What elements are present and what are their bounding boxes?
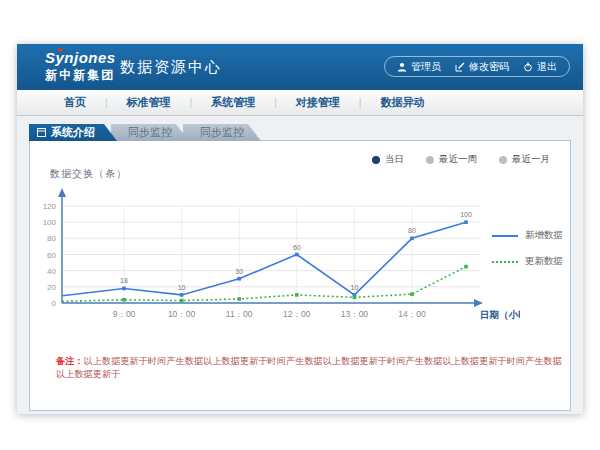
radio-last-month[interactable]: 最近一月 <box>499 153 550 166</box>
svg-text:30: 30 <box>235 268 243 275</box>
logo-company-name: 新中新集团 <box>45 67 116 84</box>
tab-label: 同步监控 <box>200 125 244 140</box>
svg-text:18: 18 <box>120 277 128 284</box>
nav-item-home[interactable]: 首页 <box>45 95 105 110</box>
logo-spark-dot <box>58 48 62 52</box>
tab-sync-monitor-2[interactable]: 同步监控 <box>183 124 261 141</box>
svg-text:120: 120 <box>43 202 57 211</box>
radio-dot-icon <box>426 156 434 164</box>
svg-text:13：00: 13：00 <box>341 309 369 319</box>
tab-label: 系统介绍 <box>51 125 95 140</box>
power-icon <box>523 62 533 72</box>
svg-text:0: 0 <box>52 299 57 308</box>
user-icon <box>397 62 407 72</box>
svg-text:日期（小时）: 日期（小时） <box>480 309 520 321</box>
footnote-text: 以上数据更新于时间产生数据以上数据更新于时间产生数据以上数据更新于时间产生数据以… <box>56 356 562 379</box>
nav-item-standard-mgmt[interactable]: 标准管理 <box>108 95 190 110</box>
company-logo: Synjones 新中新集团 <box>45 49 116 84</box>
svg-text:12：00: 12：00 <box>283 309 311 319</box>
svg-text:14：00: 14：00 <box>398 309 426 319</box>
svg-text:40: 40 <box>47 267 56 276</box>
tab-bar: 系统介绍 同步监控 同步监控 <box>29 124 261 141</box>
user-toolbar: 管理员 修改密码 退出 <box>384 56 570 77</box>
legend-line-sample <box>492 235 518 237</box>
legend-line-sample <box>492 261 518 263</box>
svg-text:60: 60 <box>293 244 301 251</box>
svg-text:80: 80 <box>47 234 56 243</box>
footnote: 备注：以上数据更新于时间产生数据以上数据更新于时间产生数据以上数据更新于时间产生… <box>56 355 570 381</box>
logo-wordmark: Synjones <box>45 49 116 66</box>
tab-label: 同步监控 <box>128 125 172 140</box>
y-axis-title: 数据交换（条） <box>50 167 127 181</box>
logout-button[interactable]: 退出 <box>523 60 557 74</box>
radio-dot-icon <box>499 156 507 164</box>
edit-icon <box>455 62 465 72</box>
svg-text:10：00: 10：00 <box>168 309 196 319</box>
admin-user-button[interactable]: 管理员 <box>397 60 441 74</box>
svg-text:60: 60 <box>47 251 56 260</box>
legend-item-new-data: 新增数据 <box>492 229 563 242</box>
nav-item-data-change[interactable]: 数据异动 <box>361 95 443 110</box>
radio-dot-icon <box>372 156 380 164</box>
radio-today[interactable]: 当日 <box>372 153 404 166</box>
svg-text:80: 80 <box>408 227 416 234</box>
main-nav: 首页 | 标准管理 | 系统管理 | 对接管理 | 数据异动 <box>17 90 583 116</box>
header: Synjones 新中新集团 数据资源中心 管理员 修改密码 <box>17 44 583 90</box>
footnote-prefix: 备注： <box>56 356 84 366</box>
legend-item-update-data: 更新数据 <box>492 255 563 268</box>
line-chart: 0204060801001209：0010：0011：0012：0013：001… <box>40 181 520 331</box>
change-password-label: 修改密码 <box>469 60 509 74</box>
svg-text:11：00: 11：00 <box>226 309 253 319</box>
svg-text:100: 100 <box>43 218 57 227</box>
folder-icon <box>37 127 46 139</box>
app-window: Synjones 新中新集团 数据资源中心 管理员 修改密码 <box>17 44 583 414</box>
logout-label: 退出 <box>537 60 557 74</box>
svg-text:20: 20 <box>47 283 56 292</box>
app-title: 数据资源中心 <box>120 58 222 77</box>
tab-sync-monitor-1[interactable]: 同步监控 <box>111 124 189 141</box>
admin-user-label: 管理员 <box>411 60 441 74</box>
nav-item-interface-mgmt[interactable]: 对接管理 <box>277 95 359 110</box>
content-panel: 当日 最近一周 最近一月 数据交换（条） 0204060801001209：00… <box>29 140 571 411</box>
svg-text:9：00: 9：00 <box>113 309 136 319</box>
chart-legend: 新增数据 更新数据 <box>492 229 563 281</box>
svg-text:10: 10 <box>178 284 186 291</box>
radio-last-week[interactable]: 最近一周 <box>426 153 477 166</box>
change-password-button[interactable]: 修改密码 <box>455 60 509 74</box>
tab-system-intro[interactable]: 系统介绍 <box>29 124 117 141</box>
svg-text:10: 10 <box>351 284 359 291</box>
svg-text:100: 100 <box>460 211 472 218</box>
nav-item-system-mgmt[interactable]: 系统管理 <box>192 95 274 110</box>
time-range-filter: 当日 最近一周 最近一月 <box>372 153 550 166</box>
